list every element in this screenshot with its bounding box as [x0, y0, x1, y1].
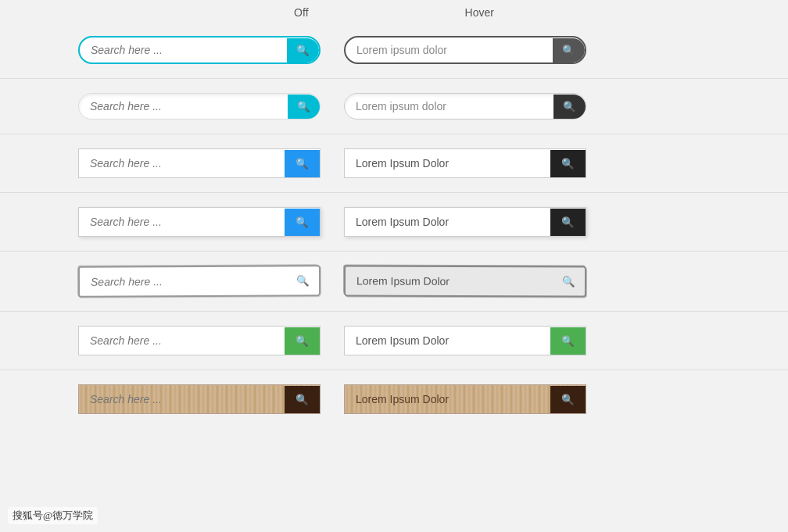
search-icon: 🔍 [296, 275, 310, 287]
search-button-5-right[interactable]: 🔍 [553, 268, 585, 295]
search-icon: 🔍 [296, 45, 310, 56]
search-icon: 🔍 [296, 216, 309, 228]
search-input-1-right[interactable] [346, 37, 553, 62]
search-box-7-left: 🔍 [78, 384, 321, 414]
search-input-4-left[interactable] [79, 208, 285, 236]
search-box-3-right: 🔍 [344, 148, 586, 178]
search-input-2-right[interactable] [345, 94, 553, 119]
search-box-6-right: 🔍 [344, 326, 586, 355]
search-button-1-left[interactable]: 🔍 [287, 38, 319, 62]
search-button-4-left[interactable]: 🔍 [285, 209, 320, 236]
search-row-6: 🔍 🔍 [0, 312, 788, 370]
search-row-2: 🔍 🔍 [0, 79, 788, 134]
search-box-6-left: 🔍 [78, 326, 321, 355]
search-input-5-right[interactable] [346, 266, 553, 295]
search-icon: 🔍 [296, 158, 309, 170]
search-button-7-left[interactable]: 🔍 [285, 386, 320, 413]
search-row-7: 🔍 🔍 [0, 370, 788, 428]
search-input-3-left[interactable] [79, 149, 285, 177]
search-input-5-left[interactable] [80, 266, 287, 295]
watermark-text: 搜狐号@德万学院 [8, 507, 98, 524]
search-icon: 🔍 [297, 101, 310, 112]
search-button-3-right[interactable]: 🔍 [550, 150, 586, 177]
search-icon: 🔍 [562, 276, 575, 287]
search-button-5-left[interactable]: 🔍 [287, 267, 319, 295]
search-box-7-right: 🔍 [344, 384, 586, 414]
search-box-4-right: 🔍 [344, 207, 586, 237]
search-box-4-left: 🔍 [78, 207, 321, 237]
search-input-6-right[interactable] [345, 327, 550, 355]
column-headers: Off Hover [0, 0, 788, 22]
search-box-2-left: 🔍 [78, 93, 321, 120]
search-icon: 🔍 [561, 335, 575, 347]
search-input-2-left[interactable] [79, 94, 288, 119]
search-row-1: 🔍 🔍 [0, 22, 788, 79]
search-row-5: 🔍 🔍 [0, 252, 788, 312]
search-icon: 🔍 [561, 394, 575, 405]
search-icon: 🔍 [563, 101, 576, 112]
search-button-6-right[interactable]: 🔍 [550, 327, 586, 355]
off-label: Off [294, 6, 308, 19]
search-input-4-right[interactable] [345, 208, 550, 236]
search-button-4-right[interactable]: 🔍 [550, 209, 586, 236]
search-input-6-left[interactable] [79, 327, 285, 355]
search-icon: 🔍 [296, 335, 309, 347]
search-row-3: 🔍 🔍 [0, 134, 788, 193]
search-button-3-left[interactable]: 🔍 [285, 150, 320, 177]
search-icon: 🔍 [561, 216, 575, 228]
search-button-7-right[interactable]: 🔍 [550, 386, 586, 413]
search-box-2-right: 🔍 [344, 93, 586, 120]
search-button-6-left[interactable]: 🔍 [285, 327, 320, 355]
search-box-5-right: 🔍 [344, 265, 586, 297]
search-box-3-left: 🔍 [78, 148, 321, 178]
search-icon: 🔍 [296, 394, 309, 405]
search-input-3-right[interactable] [345, 149, 550, 177]
search-box-5-left: 🔍 [78, 265, 321, 298]
search-row-4: 🔍 🔍 [0, 193, 788, 252]
hover-label: Hover [465, 6, 494, 19]
search-button-1-right[interactable]: 🔍 [553, 38, 585, 62]
search-input-1-left[interactable] [80, 37, 287, 62]
search-box-1-left: 🔍 [78, 36, 321, 64]
search-box-1-right: 🔍 [344, 36, 586, 64]
search-button-2-left[interactable]: 🔍 [288, 95, 320, 119]
search-input-7-left[interactable] [79, 385, 285, 413]
search-input-7-right[interactable] [345, 385, 550, 413]
search-icon: 🔍 [562, 45, 575, 56]
search-icon: 🔍 [561, 158, 575, 170]
search-button-2-right[interactable]: 🔍 [553, 95, 586, 119]
